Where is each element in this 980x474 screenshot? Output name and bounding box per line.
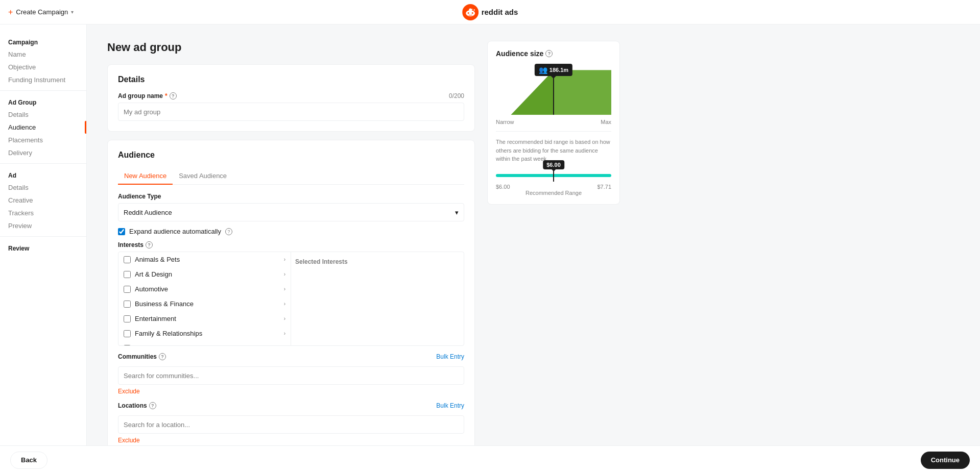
communities-label: Communities ?: [118, 353, 166, 360]
ad-group-section-label: Ad Group: [0, 95, 86, 108]
max-label: Max: [601, 119, 611, 125]
interest-label: Family & Relationships: [135, 330, 202, 337]
chart-labels: Narrow Max: [496, 119, 611, 125]
communities-exclude-link[interactable]: Exclude: [118, 388, 464, 395]
reddit-ads-label: reddit ads: [482, 8, 518, 16]
ad-group-name-label: Ad group name * ? 0/200: [118, 92, 464, 99]
audience-type-value: Reddit Audience: [124, 209, 172, 216]
locations-bulk-entry-link[interactable]: Bulk Entry: [436, 402, 464, 409]
sidebar-item-campaign-objective[interactable]: Objective: [0, 61, 86, 73]
ad-group-name-input[interactable]: [118, 103, 464, 121]
chart-divider: [496, 131, 611, 132]
locations-section-header: Locations ? Bulk Entry: [118, 402, 464, 409]
interests-label: Interests ?: [118, 241, 464, 248]
interest-checkbox[interactable]: [124, 271, 131, 278]
chevron-right-icon: ›: [284, 286, 285, 292]
interest-checkbox[interactable]: [124, 301, 131, 308]
list-item[interactable]: Food & Drink ›: [118, 341, 291, 345]
create-campaign-label: Create Campaign: [16, 8, 68, 16]
list-item[interactable]: Automotive ›: [118, 282, 291, 296]
audience-type-label: Audience Type: [118, 193, 464, 200]
top-nav: + Create Campaign ▾ reddit ads: [0, 0, 980, 24]
audience-card-title: Audience: [118, 151, 464, 160]
list-item[interactable]: Family & Relationships ›: [118, 326, 291, 341]
audience-size-title: Audience size ?: [496, 49, 611, 58]
chevron-right-icon: ›: [284, 271, 285, 277]
audience-size-value: 186.1m: [549, 67, 568, 73]
interest-checkbox[interactable]: [124, 345, 131, 346]
main-area: New ad group Details Ad group name * ? 0…: [87, 24, 980, 445]
interest-label: Automotive: [135, 285, 168, 293]
main-content: New ad group Details Ad group name * ? 0…: [107, 41, 475, 429]
bid-range-values: $6.00 $7.71: [496, 184, 611, 190]
bid-current-bubble: $6.00: [543, 160, 564, 169]
communities-info-icon[interactable]: ?: [159, 353, 166, 360]
create-campaign-button[interactable]: + Create Campaign ▾: [8, 8, 74, 17]
svg-point-5: [473, 9, 474, 10]
selected-interests-label: Selected Interests: [295, 256, 460, 267]
sidebar: Campaign Name Objective Funding Instrume…: [0, 24, 87, 445]
logo-area: reddit ads: [462, 4, 518, 20]
interest-checkbox[interactable]: [124, 330, 131, 337]
bottom-bar: Back Continue: [0, 445, 980, 474]
sidebar-item-adgroup-details[interactable]: Details: [0, 108, 86, 121]
review-section-label: Review: [0, 241, 86, 254]
svg-point-3: [471, 12, 473, 14]
sidebar-item-adgroup-audience[interactable]: Audience: [0, 121, 86, 134]
narrow-label: Narrow: [496, 119, 514, 125]
interest-checkbox[interactable]: [124, 315, 131, 322]
interests-info-icon[interactable]: ?: [146, 241, 153, 248]
sidebar-item-ad-creative[interactable]: Creative: [0, 194, 86, 207]
tab-new-audience[interactable]: New Audience: [118, 168, 173, 185]
list-item[interactable]: Entertainment ›: [118, 311, 291, 326]
sidebar-item-adgroup-placements[interactable]: Placements: [0, 134, 86, 146]
communities-section-header: Communities ? Bulk Entry: [118, 353, 464, 360]
sidebar-item-funding-instrument[interactable]: Funding Instrument: [0, 73, 86, 86]
interest-checkbox[interactable]: [124, 256, 131, 263]
locations-search-input[interactable]: [118, 415, 464, 434]
interest-label: Business & Finance: [135, 300, 194, 308]
sidebar-divider-2: [0, 163, 86, 164]
audience-chart: 👥 186.1m: [496, 64, 611, 115]
audience-type-select[interactable]: Reddit Audience ▾: [118, 203, 464, 221]
sidebar-item-ad-details[interactable]: Details: [0, 181, 86, 194]
locations-exclude-link[interactable]: Exclude: [118, 437, 464, 444]
char-count: 0/200: [449, 92, 464, 99]
tab-saved-audience[interactable]: Saved Audience: [173, 168, 233, 185]
audience-card: Audience New Audience Saved Audience Aud…: [107, 140, 475, 445]
campaign-section-label: Campaign: [0, 35, 86, 48]
interest-label: Art & Design: [135, 270, 172, 278]
plus-icon: +: [8, 8, 13, 17]
chevron-down-icon: ▾: [71, 9, 74, 15]
bid-range-description: The recommended bid range is based on ho…: [496, 138, 611, 163]
interest-label: Animals & Pets: [135, 256, 180, 263]
list-item[interactable]: Art & Design ›: [118, 267, 291, 282]
sidebar-divider-1: [0, 90, 86, 91]
locations-label: Locations ?: [118, 402, 156, 409]
audience-line: [553, 78, 554, 115]
interest-checkbox[interactable]: [124, 286, 131, 293]
list-item[interactable]: Business & Finance ›: [118, 296, 291, 311]
sidebar-divider-3: [0, 236, 86, 237]
expand-audience-checkbox[interactable]: [118, 228, 125, 235]
chevron-down-icon: ▾: [455, 209, 459, 216]
sidebar-item-campaign-name[interactable]: Name: [0, 48, 86, 61]
svg-marker-8: [554, 70, 611, 115]
sidebar-item-adgroup-delivery[interactable]: Delivery: [0, 146, 86, 159]
ad-group-name-info-icon[interactable]: ?: [170, 92, 177, 99]
audience-size-card: Audience size ? 👥 1: [487, 41, 620, 205]
sidebar-item-ad-preview[interactable]: Preview: [0, 219, 86, 232]
svg-point-6: [469, 8, 472, 11]
communities-bulk-entry-link[interactable]: Bulk Entry: [436, 353, 464, 360]
interests-list: Animals & Pets › Art & Design ›: [118, 252, 291, 345]
audience-size-bubble: 👥 186.1m: [535, 64, 572, 76]
expand-audience-info-icon[interactable]: ?: [225, 228, 232, 235]
continue-button[interactable]: Continue: [921, 452, 970, 469]
audience-size-info-icon[interactable]: ?: [545, 50, 553, 57]
expand-audience-row: Expand audience automatically ?: [118, 228, 464, 235]
sidebar-item-ad-trackers[interactable]: Trackers: [0, 207, 86, 219]
locations-info-icon[interactable]: ?: [149, 402, 156, 409]
back-button[interactable]: Back: [10, 452, 47, 469]
list-item[interactable]: Animals & Pets ›: [118, 252, 291, 267]
communities-search-input[interactable]: [118, 366, 464, 385]
